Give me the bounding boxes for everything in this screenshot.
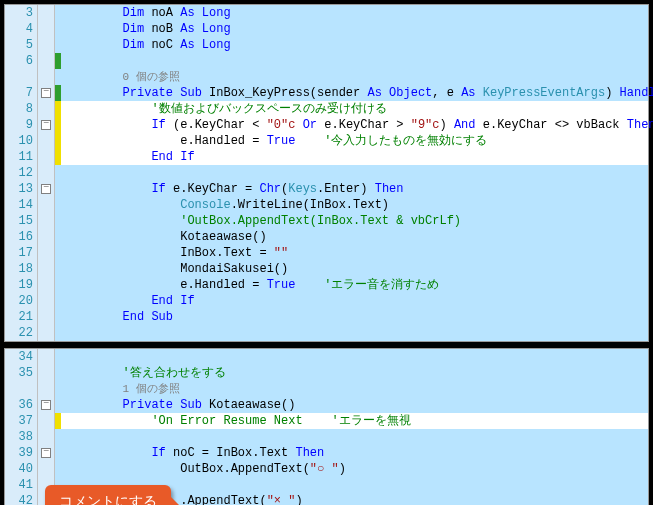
comment-callout: コメントにする	[45, 485, 171, 505]
code-line[interactable]: 20 End If	[5, 293, 648, 309]
code-text[interactable]: Dim noC As Long	[61, 37, 648, 53]
line-number: 12	[5, 165, 38, 181]
fold-toggle[interactable]	[38, 397, 55, 413]
fold-toggle	[38, 261, 55, 277]
code-text[interactable]	[61, 53, 648, 69]
code-editor-pane-bottom[interactable]: コメントにする 3435 '答え合わせをする 1 個の参照36 Private …	[4, 348, 649, 505]
code-text[interactable]	[61, 325, 648, 341]
fold-toggle[interactable]	[38, 445, 55, 461]
code-line[interactable]: 14 Console.WriteLine(InBox.Text)	[5, 197, 648, 213]
code-text[interactable]: Kotaeawase()	[61, 229, 648, 245]
code-text[interactable]	[61, 429, 648, 445]
code-line[interactable]: 21 End Sub	[5, 309, 648, 325]
code-line[interactable]: 38	[5, 429, 648, 445]
fold-toggle	[38, 461, 55, 477]
line-number: 14	[5, 197, 38, 213]
code-text[interactable]: If (e.KeyChar < "0"c Or e.KeyChar > "9"c…	[61, 117, 653, 133]
code-text[interactable]: Private Sub Kotaeawase()	[61, 397, 648, 413]
code-text[interactable]: InBox.Text = ""	[61, 245, 648, 261]
fold-toggle	[38, 37, 55, 53]
code-text[interactable]: OutBox.AppendText("○ ")	[61, 461, 648, 477]
code-line[interactable]: 34	[5, 349, 648, 365]
code-text[interactable]: 'On Error Resume Next 'エラーを無視	[61, 413, 648, 429]
fold-toggle	[38, 165, 55, 181]
code-text[interactable]: e.Handled = True 'エラー音を消すため	[61, 277, 648, 293]
code-text[interactable]: End If	[61, 293, 648, 309]
fold-toggle	[38, 101, 55, 117]
code-text[interactable]: Console.WriteLine(InBox.Text)	[61, 197, 648, 213]
fold-toggle	[38, 293, 55, 309]
code-line[interactable]: 11 End If	[5, 149, 648, 165]
line-number: 9	[5, 117, 38, 133]
code-line[interactable]: 15 'OutBox.AppendText(InBox.Text & vbCrL…	[5, 213, 648, 229]
line-number: 3	[5, 5, 38, 21]
code-text[interactable]: 1 個の参照	[61, 381, 648, 397]
code-line[interactable]: 40 OutBox.AppendText("○ ")	[5, 461, 648, 477]
fold-toggle	[38, 365, 55, 381]
code-line[interactable]: 6	[5, 53, 648, 69]
code-text[interactable]: End If	[61, 149, 648, 165]
fold-toggle	[38, 133, 55, 149]
code-line[interactable]: 19 e.Handled = True 'エラー音を消すため	[5, 277, 648, 293]
code-line[interactable]: 18 MondaiSakusei()	[5, 261, 648, 277]
code-line[interactable]: 5 Dim noC As Long	[5, 37, 648, 53]
code-text[interactable]: '数値およびバックスペースのみ受け付ける	[61, 101, 648, 117]
fold-toggle	[38, 21, 55, 37]
code-line[interactable]: 35 '答え合わせをする	[5, 365, 648, 381]
code-text[interactable]: MondaiSakusei()	[61, 261, 648, 277]
code-line[interactable]: 36 Private Sub Kotaeawase()	[5, 397, 648, 413]
fold-toggle[interactable]	[38, 181, 55, 197]
line-number	[5, 381, 38, 397]
line-number: 41	[5, 477, 38, 493]
code-line[interactable]: 7 Private Sub InBox_KeyPress(sender As O…	[5, 85, 648, 101]
code-text[interactable]: e.Handled = True '今入力したものを無効にする	[61, 133, 648, 149]
code-text[interactable]: If e.KeyChar = Chr(Keys.Enter) Then	[61, 181, 648, 197]
code-text[interactable]: If noC = InBox.Text Then	[61, 445, 648, 461]
line-number: 15	[5, 213, 38, 229]
code-line[interactable]: 1 個の参照	[5, 381, 648, 397]
code-text[interactable]: '答え合わせをする	[61, 365, 648, 381]
fold-toggle	[38, 309, 55, 325]
fold-toggle[interactable]	[38, 85, 55, 101]
line-number: 10	[5, 133, 38, 149]
code-line[interactable]: 4 Dim noB As Long	[5, 21, 648, 37]
code-line[interactable]: 3 Dim noA As Long	[5, 5, 648, 21]
code-line[interactable]: 8 '数値およびバックスペースのみ受け付ける	[5, 101, 648, 117]
line-number: 35	[5, 365, 38, 381]
code-line[interactable]: 39 If noC = InBox.Text Then	[5, 445, 648, 461]
code-text[interactable]: 0 個の参照	[61, 69, 648, 85]
fold-toggle	[38, 381, 55, 397]
fold-toggle	[38, 349, 55, 365]
fold-toggle	[38, 53, 55, 69]
code-line[interactable]: 0 個の参照	[5, 69, 648, 85]
code-text[interactable]	[61, 165, 648, 181]
line-number: 21	[5, 309, 38, 325]
line-number: 22	[5, 325, 38, 341]
line-number: 38	[5, 429, 38, 445]
code-line[interactable]: 22	[5, 325, 648, 341]
code-line[interactable]: 10 e.Handled = True '今入力したものを無効にする	[5, 133, 648, 149]
code-line[interactable]: 37 'On Error Resume Next 'エラーを無視	[5, 413, 648, 429]
code-text[interactable]: Dim noB As Long	[61, 21, 648, 37]
code-text[interactable]: End Sub	[61, 309, 648, 325]
line-number: 7	[5, 85, 38, 101]
fold-toggle[interactable]	[38, 117, 55, 133]
line-number: 42	[5, 493, 38, 505]
code-text[interactable]	[61, 349, 648, 365]
code-editor-pane-top[interactable]: 3 Dim noA As Long4 Dim noB As Long5 Dim …	[4, 4, 649, 342]
code-line[interactable]: 17 InBox.Text = ""	[5, 245, 648, 261]
code-text[interactable]: Dim noA As Long	[61, 5, 648, 21]
fold-toggle	[38, 149, 55, 165]
line-number: 17	[5, 245, 38, 261]
code-line[interactable]: 12	[5, 165, 648, 181]
code-line[interactable]: 16 Kotaeawase()	[5, 229, 648, 245]
fold-toggle	[38, 277, 55, 293]
fold-toggle	[38, 325, 55, 341]
line-number: 34	[5, 349, 38, 365]
line-number: 8	[5, 101, 38, 117]
code-text[interactable]: 'OutBox.AppendText(InBox.Text & vbCrLf)	[61, 213, 648, 229]
code-text[interactable]: Private Sub InBox_KeyPress(sender As Obj…	[61, 85, 653, 101]
code-line[interactable]: 13 If e.KeyChar = Chr(Keys.Enter) Then	[5, 181, 648, 197]
code-line[interactable]: 9 If (e.KeyChar < "0"c Or e.KeyChar > "9…	[5, 117, 648, 133]
line-number: 18	[5, 261, 38, 277]
